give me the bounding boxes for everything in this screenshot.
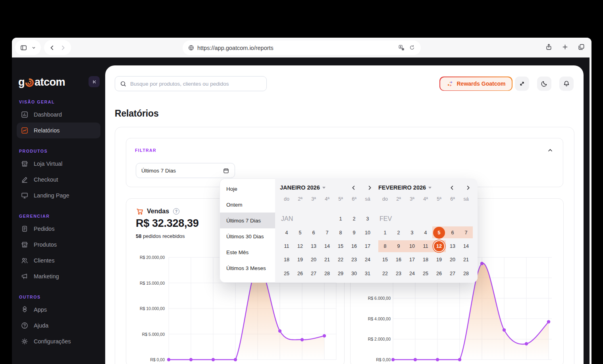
calendar-day[interactable]: 24 (405, 268, 419, 280)
calendar-day[interactable]: 3 (405, 227, 419, 239)
sidebar-item-configura-es[interactable]: Configurações (17, 333, 100, 349)
calendar-day[interactable]: 2 (392, 227, 405, 239)
month-label[interactable]: FEVEREIRO 2026 (378, 184, 426, 191)
calendar-day[interactable]: 6 (307, 227, 320, 239)
calendar-day[interactable]: 15 (378, 254, 392, 266)
calendar-day[interactable]: 25 (280, 268, 293, 280)
date-preset-option[interactable]: Ontem (220, 197, 275, 213)
calendar-day[interactable]: 19 (432, 254, 446, 266)
calendar-day[interactable]: 11 (280, 240, 293, 252)
calendar-day[interactable]: 13 (446, 240, 459, 252)
calendar-day[interactable]: 24 (361, 254, 374, 266)
sidebar-item-produtos[interactable]: Produtos (17, 237, 100, 253)
tabs-icon[interactable] (578, 43, 585, 51)
address-bar[interactable]: https://app.goatcom.io/reports (183, 40, 421, 55)
sidebar-item-marketing[interactable]: Marketing (17, 268, 100, 284)
calendar-day[interactable]: 7 (320, 227, 334, 239)
calendar-day[interactable]: 5 (293, 227, 307, 239)
calendar-day[interactable]: 28 (459, 268, 473, 280)
calendar-day[interactable]: 8 (334, 227, 347, 239)
sidebar-item-landing-page[interactable]: Landing Page (17, 188, 100, 203)
calendar-day[interactable]: 31 (361, 268, 374, 280)
expand-button[interactable] (515, 77, 529, 91)
sidebar-collapse-button[interactable] (89, 76, 100, 87)
calendar-day[interactable]: 30 (347, 268, 361, 280)
sidebar-item-dashboard[interactable]: Dashboard (17, 107, 100, 123)
calendar-day[interactable]: 27 (446, 268, 459, 280)
calendar-day[interactable]: 14 (459, 240, 473, 252)
prev-month-icon[interactable] (449, 185, 455, 191)
calendar-day[interactable]: 16 (347, 240, 361, 252)
sidebar-item-ajuda[interactable]: Ajuda (17, 318, 100, 333)
help-icon[interactable]: ? (173, 208, 179, 215)
date-range-select[interactable]: Últimos 7 Dias (136, 163, 235, 178)
calendar-day[interactable]: 4 (280, 227, 293, 239)
calendar-day[interactable]: 5 (432, 227, 446, 239)
calendar-day[interactable]: 17 (361, 240, 374, 252)
search-box[interactable] (115, 76, 267, 91)
calendar-day[interactable]: 16 (392, 254, 405, 266)
calendar-day[interactable]: 2 (347, 213, 361, 225)
chevron-up-icon[interactable] (547, 147, 553, 153)
date-preset-option[interactable]: Este Mês (220, 244, 275, 260)
sidebar-item-relat-rios[interactable]: Relatórios (17, 123, 100, 138)
date-preset-option[interactable]: Últimos 3 Meses (220, 260, 275, 276)
calendar-day[interactable]: 28 (320, 268, 334, 280)
next-month-icon[interactable] (465, 185, 471, 191)
calendar-day[interactable]: 12 (293, 240, 307, 252)
calendar-day[interactable]: 15 (334, 240, 347, 252)
calendar-day[interactable]: 18 (419, 254, 432, 266)
calendar-day[interactable]: 23 (392, 268, 405, 280)
sidebar-toggle-button[interactable] (15, 40, 41, 55)
calendar-day[interactable]: 17 (405, 254, 419, 266)
calendar-day[interactable]: 29 (334, 268, 347, 280)
date-preset-option[interactable]: Últimos 30 Dias (220, 228, 275, 244)
calendar-day[interactable]: 7 (459, 227, 473, 239)
calendar-day[interactable]: 6 (446, 227, 459, 239)
prev-month-icon[interactable] (351, 185, 356, 191)
forward-icon[interactable] (60, 44, 66, 51)
search-input[interactable] (130, 81, 262, 87)
calendar-day[interactable]: 25 (419, 268, 432, 280)
reload-icon[interactable] (409, 44, 415, 51)
calendar-day[interactable]: 12 (432, 240, 446, 252)
calendar-day[interactable]: 20 (446, 254, 459, 266)
calendar-day[interactable]: 3 (361, 213, 374, 225)
calendar-day[interactable]: 14 (320, 240, 334, 252)
sidebar-item-pedidos[interactable]: Pedidos (17, 221, 100, 237)
calendar-day[interactable]: 9 (392, 240, 405, 252)
calendar-day[interactable]: 18 (280, 254, 293, 266)
dark-mode-button[interactable] (537, 77, 551, 91)
calendar-day[interactable]: 10 (405, 240, 419, 252)
sidebar-item-checkout[interactable]: Checkout (17, 172, 100, 188)
calendar-day[interactable]: 10 (361, 227, 374, 239)
calendar-day[interactable]: 19 (293, 254, 307, 266)
sidebar-item-loja-virtual[interactable]: Loja Virtual (17, 156, 100, 172)
calendar-day[interactable]: 13 (307, 240, 320, 252)
new-tab-icon[interactable] (561, 43, 569, 51)
calendar-day[interactable]: 4 (419, 227, 432, 239)
calendar-day[interactable]: 21 (459, 254, 473, 266)
calendar-day[interactable]: 22 (378, 268, 392, 280)
back-icon[interactable] (49, 44, 56, 51)
date-preset-option[interactable]: Últimos 7 Dias (220, 213, 275, 228)
calendar-day[interactable]: 9 (347, 227, 361, 239)
calendar-day[interactable]: 26 (432, 268, 446, 280)
calendar-day[interactable]: 1 (334, 213, 347, 225)
sidebar-item-clientes[interactable]: Clientes (17, 253, 100, 268)
share-icon[interactable] (545, 43, 553, 51)
translate-icon[interactable] (398, 44, 405, 51)
calendar-day[interactable]: 1 (378, 227, 392, 239)
calendar-day[interactable]: 8 (378, 240, 392, 252)
date-preset-option[interactable]: Hoje (220, 181, 275, 197)
calendar-day[interactable]: 21 (320, 254, 334, 266)
month-label[interactable]: JANEIRO 2026 (280, 184, 320, 191)
calendar-day[interactable]: 20 (307, 254, 320, 266)
calendar-day[interactable]: 11 (419, 240, 432, 252)
calendar-day[interactable]: 26 (293, 268, 307, 280)
calendar-day[interactable]: 27 (307, 268, 320, 280)
sidebar-item-apps[interactable]: Apps (17, 302, 100, 318)
calendar-day[interactable]: 23 (347, 254, 361, 266)
calendar-day[interactable]: 22 (334, 254, 347, 266)
rewards-button[interactable]: Rewards Goatcom (439, 77, 512, 91)
